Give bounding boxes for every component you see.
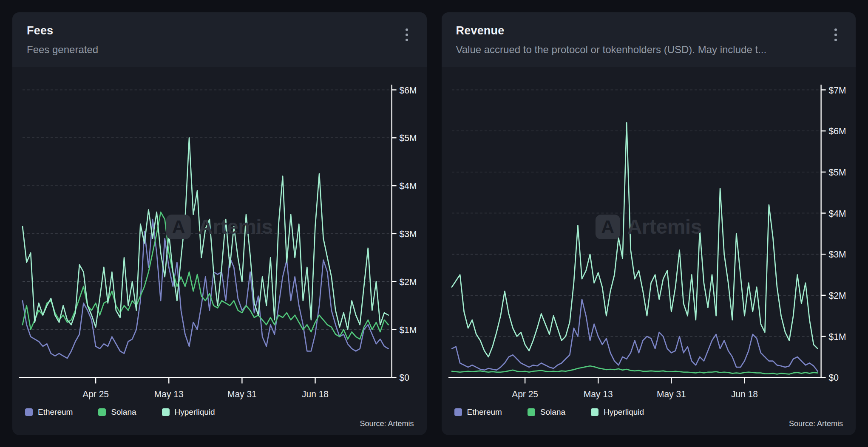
svg-text:$7M: $7M [828,85,846,95]
fees-card-footer: Ethereum Solana Hyperliquid Source: Arte… [12,407,427,435]
source-attribution: Source: Artemis [454,419,843,428]
card-subtitle: Fees generated [27,44,98,56]
kebab-dot [834,39,837,41]
svg-text:$4M: $4M [828,209,846,218]
fees-card: Fees Fees generated $0$1M$2M$3M$4M$5M$6M… [12,12,427,435]
kebab-dot [834,34,837,36]
svg-text:$6M: $6M [828,126,846,136]
solana-swatch [98,408,106,416]
legend-label: Hyperliquid [604,407,644,417]
svg-text:$1M: $1M [828,332,846,342]
card-title: Revenue [456,24,767,37]
revenue-card-header: Revenue Value accrued to the protocol or… [442,12,856,67]
svg-text:May 31: May 31 [657,389,686,399]
hyperliquid-swatch [162,408,170,416]
revenue-card: Revenue Value accrued to the protocol or… [442,12,856,435]
legend: Ethereum Solana Hyperliquid [25,407,414,417]
svg-text:$0: $0 [828,373,838,382]
solana-swatch [528,408,535,416]
fees-line-chart[interactable]: $0$1M$2M$3M$4M$5M$6MApr 25May 13May 31Ju… [17,68,424,407]
svg-text:$1M: $1M [400,325,417,334]
kebab-dot [406,39,408,41]
hyperliquid-swatch [591,408,599,416]
fees-card-titles: Fees Fees generated [27,24,98,56]
svg-text:May 13: May 13 [583,389,613,399]
svg-text:$2M: $2M [400,277,417,287]
legend-item-hyperliquid[interactable]: Hyperliquid [591,407,644,417]
legend: Ethereum Solana Hyperliquid [454,407,843,417]
card-subtitle: Value accrued to the protocol or tokenho… [456,44,767,56]
svg-text:$3M: $3M [400,229,417,239]
legend-label: Solana [540,407,565,417]
kebab-dot [834,28,837,31]
legend-label: Ethereum [467,407,502,417]
legend-item-ethereum[interactable]: Ethereum [454,407,502,417]
dashboard: Fees Fees generated $0$1M$2M$3M$4M$5M$6M… [0,0,868,447]
legend-label: Hyperliquid [175,407,215,417]
svg-text:$0: $0 [400,373,409,382]
svg-text:$4M: $4M [400,181,417,191]
fees-card-header: Fees Fees generated [12,12,427,67]
revenue-line-chart[interactable]: $0$1M$2M$3M$4M$5M$6M$7MApr 25May 13May 3… [446,68,854,407]
ethereum-swatch [25,408,33,416]
kebab-menu-icon[interactable] [830,25,841,45]
legend-label: Ethereum [38,407,73,417]
legend-item-solana[interactable]: Solana [528,407,565,417]
revenue-card-titles: Revenue Value accrued to the protocol or… [456,24,767,56]
legend-item-solana[interactable]: Solana [98,407,136,417]
kebab-dot [406,28,408,31]
svg-text:May 31: May 31 [227,389,257,399]
revenue-chart-area: $0$1M$2M$3M$4M$5M$6M$7MApr 25May 13May 3… [442,67,856,407]
svg-text:$5M: $5M [828,167,846,177]
legend-item-hyperliquid[interactable]: Hyperliquid [162,407,215,417]
card-title: Fees [27,24,98,37]
fees-chart-area: $0$1M$2M$3M$4M$5M$6MApr 25May 13May 31Ju… [12,67,427,407]
svg-text:$6M: $6M [400,85,417,95]
source-attribution: Source: Artemis [25,419,414,428]
kebab-menu-icon[interactable] [401,25,412,45]
legend-label: Solana [111,407,136,417]
svg-text:$3M: $3M [828,249,846,259]
svg-text:Jun 18: Jun 18 [731,389,758,399]
kebab-dot [406,34,408,36]
ethereum-swatch [454,408,462,416]
svg-text:Apr 25: Apr 25 [82,389,109,399]
legend-item-ethereum[interactable]: Ethereum [25,407,73,417]
svg-text:$2M: $2M [828,291,846,300]
svg-text:May 13: May 13 [154,389,184,399]
svg-text:$5M: $5M [400,133,417,143]
svg-text:Apr 25: Apr 25 [512,389,538,399]
svg-text:Jun 18: Jun 18 [302,389,329,399]
revenue-card-footer: Ethereum Solana Hyperliquid Source: Arte… [442,407,856,435]
